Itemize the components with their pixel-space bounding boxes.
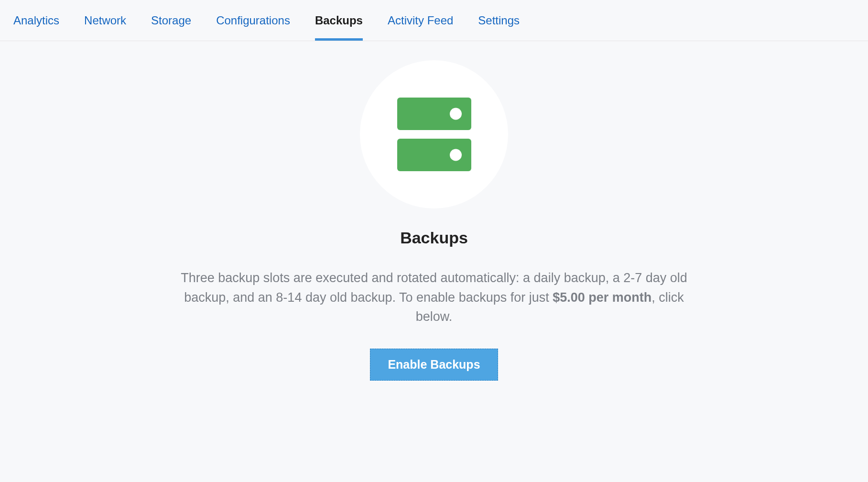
server-icon-top xyxy=(397,98,471,130)
backups-icon xyxy=(360,60,508,208)
tab-activity-feed[interactable]: Activity Feed xyxy=(375,0,466,41)
main-content: Backups Three backup slots are executed … xyxy=(0,41,868,381)
backups-price: $5.00 per month xyxy=(553,290,651,305)
tab-configurations[interactable]: Configurations xyxy=(204,0,303,41)
tab-settings[interactable]: Settings xyxy=(466,0,532,41)
page-title: Backups xyxy=(400,229,468,247)
tab-bar: Analytics Network Storage Configurations… xyxy=(0,0,868,41)
server-dot xyxy=(450,108,462,120)
server-dot xyxy=(450,149,462,161)
tab-backups[interactable]: Backups xyxy=(303,0,375,41)
backups-description: Three backup slots are executed and rota… xyxy=(181,268,687,327)
tab-analytics[interactable]: Analytics xyxy=(13,0,72,41)
tab-network[interactable]: Network xyxy=(72,0,139,41)
server-icon-bottom xyxy=(397,139,471,171)
enable-backups-button[interactable]: Enable Backups xyxy=(370,349,498,381)
tab-storage[interactable]: Storage xyxy=(139,0,204,41)
